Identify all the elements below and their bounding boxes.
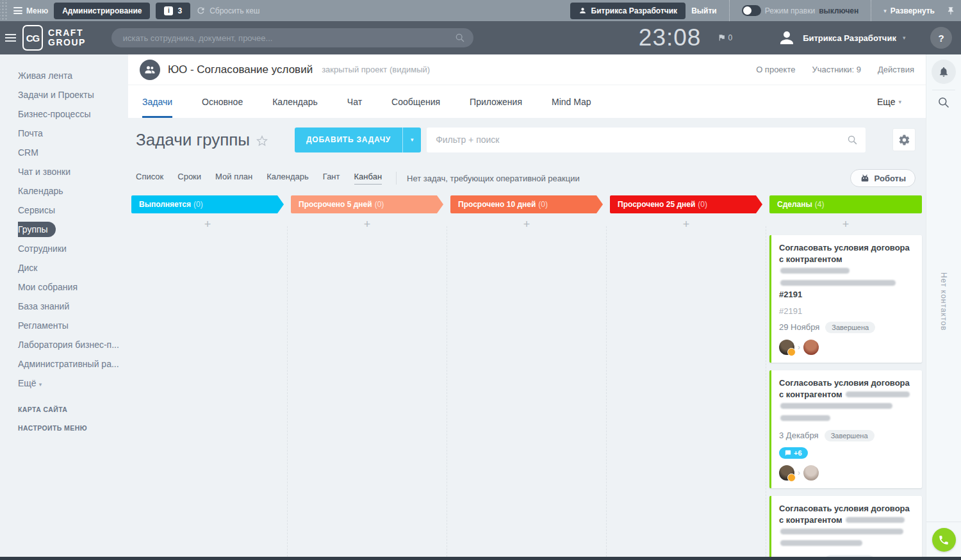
sidebar-item-more[interactable]: Ещё▾ — [18, 374, 128, 393]
favorite-star-icon[interactable] — [256, 135, 268, 147]
sidebar-item-crm[interactable]: CRM — [18, 143, 128, 162]
sidebar-item-calendar[interactable]: Календарь — [18, 181, 128, 201]
admin-menu-button[interactable]: Меню — [13, 6, 48, 16]
no-contacts-label: Нет контактов — [926, 272, 961, 331]
filter-search-input[interactable] — [427, 128, 866, 152]
tab-mindmap[interactable]: Mind Map — [552, 85, 591, 118]
sidebar-item-mail[interactable]: Почта — [18, 124, 128, 143]
task-id: #2191 — [779, 306, 914, 316]
status-badge: Завершена — [825, 322, 875, 333]
sidebar-item-services[interactable]: Сервисы — [18, 201, 128, 220]
task-card[interactable]: Согласовать условия договора с контраген… — [769, 235, 922, 363]
call-button[interactable] — [932, 528, 956, 552]
tabs-more-button[interactable]: Еще▾ — [877, 85, 901, 118]
profile-name: Битрикса Разработчик — [803, 33, 896, 43]
sidebar-item-groups[interactable]: Группы — [18, 220, 128, 239]
robots-label: Роботы — [875, 174, 906, 183]
tab-apps[interactable]: Приложения — [470, 85, 522, 118]
reset-cache-button[interactable]: Сбросить кеш — [196, 6, 259, 15]
refresh-icon — [196, 6, 206, 15]
add-card-button[interactable]: + — [610, 213, 762, 235]
redacted-text — [780, 403, 892, 409]
comments-badge[interactable]: +6 — [779, 447, 808, 459]
add-card-button[interactable]: + — [769, 213, 922, 235]
current-user-button[interactable]: Битрикса Разработчик — [570, 3, 686, 19]
column-header[interactable]: Просрочено 25 дней(0) — [610, 195, 762, 213]
view-gantt[interactable]: Гант — [323, 172, 340, 185]
tab-messages[interactable]: Сообщения — [391, 85, 440, 118]
redacted-text — [780, 268, 850, 274]
notifications-counter-button[interactable]: i 3 — [156, 3, 190, 19]
column-header[interactable]: Просрочено 10 дней(0) — [450, 195, 603, 213]
main-content: ЮО - Согласование условий закрытый проек… — [128, 54, 926, 557]
rail-search-button[interactable] — [926, 96, 961, 109]
project-avatar[interactable] — [140, 60, 160, 80]
about-project-link[interactable]: О проекте — [756, 65, 795, 74]
administration-button[interactable]: Администрирование — [54, 3, 150, 19]
members-link[interactable]: Участники: 9 — [812, 65, 861, 74]
tab-general[interactable]: Основное — [202, 85, 243, 118]
clock[interactable]: 23:08 — [639, 24, 702, 51]
add-card-button[interactable]: + — [131, 213, 284, 235]
edit-mode-toggle[interactable] — [742, 5, 761, 16]
add-card-button[interactable]: + — [450, 213, 603, 235]
tab-calendar[interactable]: Календарь — [272, 85, 318, 118]
redacted-text — [780, 280, 896, 286]
column-header[interactable]: Сделаны(4) — [769, 195, 922, 213]
status-badge: Завершена — [825, 430, 875, 441]
logout-button[interactable]: Выйти — [691, 6, 717, 15]
board-settings-button[interactable] — [892, 128, 916, 151]
help-button[interactable]: ? — [930, 27, 952, 49]
sidebar-toggle-button[interactable] — [5, 32, 16, 44]
divider — [871, 0, 871, 21]
tab-chat[interactable]: Чат — [347, 85, 362, 118]
kanban-column-overdue-10: Просрочено 10 дней(0) + — [450, 195, 603, 557]
tasks-status-message: Нет задач, требующих оперативной реакции — [407, 174, 580, 183]
add-task-button[interactable]: ДОБАВИТЬ ЗАДАЧУ ▾ — [295, 128, 421, 152]
sidebar-item-admin-section[interactable]: Административный ра... — [18, 354, 128, 374]
pin-button[interactable] — [946, 6, 955, 15]
sidebar-item-business-lab[interactable]: Лаборатория бизнес-п... — [18, 335, 128, 354]
configure-menu-link[interactable]: НАСТРОИТЬ МЕНЮ — [18, 424, 128, 432]
robots-button[interactable]: Роботы — [850, 169, 916, 187]
sidebar-item-employees[interactable]: Сотрудники — [18, 239, 128, 258]
notifications-button[interactable] — [932, 60, 956, 84]
administration-label: Администрирование — [62, 6, 142, 15]
add-card-button[interactable]: + — [291, 213, 443, 235]
flag-counter-button[interactable]: 0 — [718, 33, 732, 42]
drag-handle-icon[interactable] — [0, 0, 8, 21]
add-task-dropdown[interactable]: ▾ — [403, 136, 421, 143]
add-task-label: ДОБАВИТЬ ЗАДАЧУ — [295, 135, 402, 144]
sidebar-item-my-meetings[interactable]: Мои собрания — [18, 277, 128, 297]
task-card[interactable]: Согласовать условия договора с контраген… — [769, 370, 922, 488]
avatar-creator[interactable] — [779, 340, 794, 355]
avatar-assignee[interactable] — [803, 340, 819, 355]
view-kanban[interactable]: Канбан — [354, 172, 382, 185]
sidebar-item-chat-calls[interactable]: Чат и звонки — [18, 162, 128, 181]
expand-button[interactable]: ▾ Развернуть — [883, 6, 935, 15]
sidebar-item-regulations[interactable]: Регламенты — [18, 316, 128, 335]
view-my-plan[interactable]: Мой план — [215, 172, 252, 185]
actions-link[interactable]: Действия — [878, 65, 914, 74]
column-header[interactable]: Просрочено 5 дней(0) — [291, 195, 443, 213]
view-list[interactable]: Список — [136, 172, 163, 185]
task-card[interactable]: Согласовать условия договора с контраген… — [769, 496, 922, 557]
sidebar-item-business-processes[interactable]: Бизнес-процессы — [18, 104, 128, 124]
global-search-input[interactable] — [111, 28, 473, 47]
sidebar-item-tasks-projects[interactable]: Задачи и Проекты — [18, 85, 128, 104]
redacted-text — [846, 517, 905, 523]
avatar-assignee[interactable] — [803, 465, 819, 481]
tab-tasks[interactable]: Задачи — [142, 85, 172, 118]
sitemap-link[interactable]: КАРТА САЙТА — [18, 406, 128, 413]
sidebar-item-knowledge-base[interactable]: База знаний — [18, 297, 128, 316]
view-calendar[interactable]: Календарь — [267, 172, 309, 185]
profile-menu-button[interactable]: Битрикса Разработчик ▾ — [777, 28, 905, 47]
company-logo[interactable]: CG CRAFT GROUP — [22, 25, 86, 51]
page-title: Задачи группы — [136, 130, 250, 150]
view-deadlines[interactable]: Сроки — [177, 172, 201, 185]
sidebar-item-live-feed[interactable]: Живая лента — [18, 66, 128, 85]
avatar-creator[interactable] — [779, 465, 794, 481]
column-header[interactable]: Выполняется(0) — [131, 195, 284, 213]
sidebar-item-drive[interactable]: Диск — [18, 258, 128, 277]
task-title: Согласовать условия договора с контраген… — [779, 243, 910, 264]
